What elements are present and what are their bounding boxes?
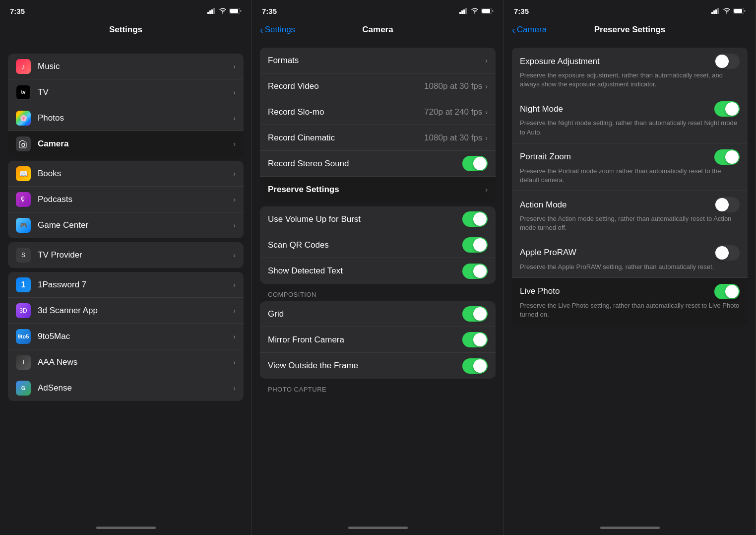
row-books[interactable]: 📖 Books › [8,161,244,187]
chevron-gamecenter: › [233,221,236,229]
home-bar-1 [96,527,156,529]
title-proraw: Apple ProRAW [520,248,576,258]
row-photos[interactable]: 🌸 Photos › [8,105,244,131]
wifi-icon-1 [219,8,227,14]
toggle-knob-portrait [725,150,739,164]
status-icons-3 [711,8,746,14]
svg-point-4 [222,13,223,14]
row-1password[interactable]: 1 1Password 7 › [8,272,244,298]
group-entertainment: 📖 Books › 🎙 Podcasts › 🎮 Game Center › [8,161,244,238]
row-proraw[interactable]: Apple ProRAW Preserve the Apple ProRAW s… [512,239,748,278]
row-exposure[interactable]: Exposure Adjustment Preserve the exposur… [512,48,748,95]
label-podcasts: Podcasts [38,195,233,204]
group-tvprovider: S TV Provider › [8,242,244,268]
row-record-video[interactable]: Record Video 1080p at 30 fps › [260,73,496,99]
row-night-mode[interactable]: Night Mode Preserve the Night mode setti… [512,95,748,143]
toggle-volume-burst[interactable] [462,211,488,227]
time-2: 7:35 [262,7,277,15]
row-3dscanner[interactable]: 3D 3d Scanner App › [8,298,244,324]
row-record-stereo[interactable]: Record Stereo Sound [260,151,496,177]
chevron-tvprovider: › [233,251,236,259]
preserve-row-top-exposure: Exposure Adjustment [520,54,740,69]
toggle-live-photo[interactable] [714,284,740,299]
row-gamecenter[interactable]: 🎮 Game Center › [8,212,244,238]
icon-camera [16,136,31,151]
row-music[interactable]: ♪ Music › [8,54,244,79]
row-action-mode[interactable]: Action Mode Preserve the Action mode set… [512,191,748,239]
svg-point-21 [726,13,727,14]
settings-list-1[interactable]: ♪ Music › tv TV › 🌸 Photos › [0,42,252,520]
toggle-knob-action [715,198,729,211]
wifi-icon-2 [471,8,479,14]
row-podcasts[interactable]: 🎙 Podcasts › [8,187,244,212]
label-mirror-front: Mirror Front Camera [268,335,462,345]
preserve-row-top-portrait: Portrait Zoom [520,149,740,165]
chevron-music: › [233,63,236,70]
wifi-icon-3 [723,8,731,14]
svg-rect-17 [711,12,713,14]
svg-rect-1 [209,10,211,14]
toggle-detected-text[interactable] [462,264,488,279]
row-view-outside[interactable]: View Outside the Frame [260,353,496,379]
label-1password: 1Password 7 [38,280,233,290]
toggle-grid[interactable] [462,306,488,322]
toggle-view-outside[interactable] [462,358,488,374]
label-view-outside: View Outside the Frame [268,361,462,371]
preserve-settings-list[interactable]: Exposure Adjustment Preserve the exposur… [504,42,756,520]
svg-rect-18 [713,10,715,14]
row-record-slomo[interactable]: Record Slo-mo 720p at 240 fps › [260,99,496,125]
time-1: 7:35 [10,7,25,15]
toggle-proraw[interactable] [714,245,740,261]
toggle-night-mode[interactable] [714,101,740,117]
nav-back-camera[interactable]: ‹ Camera [512,25,547,35]
svg-rect-6 [240,10,242,12]
svg-rect-23 [744,10,746,12]
toggle-portrait-zoom[interactable] [714,149,740,165]
row-adsense[interactable]: G AdSense › [8,375,244,401]
row-detected-text[interactable]: Show Detected Text [260,258,496,284]
toggle-action-mode[interactable] [714,197,740,212]
row-formats[interactable]: Formats › [260,48,496,73]
chevron-podcasts: › [233,196,236,203]
row-record-cinematic[interactable]: Record Cinematic 1080p at 30 fps › [260,125,496,151]
icon-podcasts: 🎙 [16,192,31,207]
row-grid[interactable]: Grid [260,301,496,327]
row-mirror-front[interactable]: Mirror Front Camera [260,327,496,353]
label-aaanews: AAA News [38,357,233,367]
battery-icon-1 [229,8,242,14]
chevron-photos: › [233,114,236,122]
title-live-photo: Live Photo [520,286,560,296]
toggle-knob-mirror [473,333,487,346]
nav-title-3: Preserve Settings [594,25,666,35]
toggle-exposure[interactable] [714,54,740,69]
toggle-scan-qr[interactable] [462,237,488,253]
row-preserve-settings[interactable]: Preserve Settings › [260,177,496,202]
row-aaanews[interactable]: i AAA News › [8,349,244,375]
nav-bar-1: Settings [0,20,252,42]
label-record-cinematic: Record Cinematic [268,133,424,143]
label-adsense: AdSense [38,383,233,393]
signal-icon-2 [459,8,468,14]
label-tv: TV [38,87,233,97]
screen-camera: 7:35 ‹ Settings [252,0,504,535]
group-camera-section2: Use Volume Up for Burst Scan QR Codes Sh… [260,206,496,284]
toggle-mirror-front[interactable] [462,332,488,347]
toggle-record-stereo[interactable] [462,156,488,171]
row-tvprovider[interactable]: S TV Provider › [8,242,244,268]
row-camera[interactable]: Camera › [8,131,244,157]
chevron-3dscanner: › [233,307,236,315]
desc-proraw: Preserve the Apple ProRAW setting, rathe… [520,263,740,271]
chevron-1password: › [233,281,236,289]
status-bar-3: 7:35 [504,0,756,20]
label-music: Music [38,62,233,71]
row-9to5mac[interactable]: 9to5 9to5Mac › [8,324,244,349]
row-volume-burst[interactable]: Use Volume Up for Burst [260,206,496,232]
row-tv[interactable]: tv TV › [8,79,244,105]
row-portrait-zoom[interactable]: Portrait Zoom Preserve the Portrait mode… [512,143,748,191]
row-live-photo[interactable]: Live Photo Preserve the Live Photo setti… [512,278,748,325]
row-scan-qr[interactable]: Scan QR Codes [260,232,496,258]
camera-settings-list[interactable]: Formats › Record Video 1080p at 30 fps ›… [252,42,504,520]
screen-settings: 7:35 Settings [0,0,252,535]
nav-back-settings[interactable]: ‹ Settings [260,25,295,35]
preserve-row-top-night: Night Mode [520,101,740,117]
